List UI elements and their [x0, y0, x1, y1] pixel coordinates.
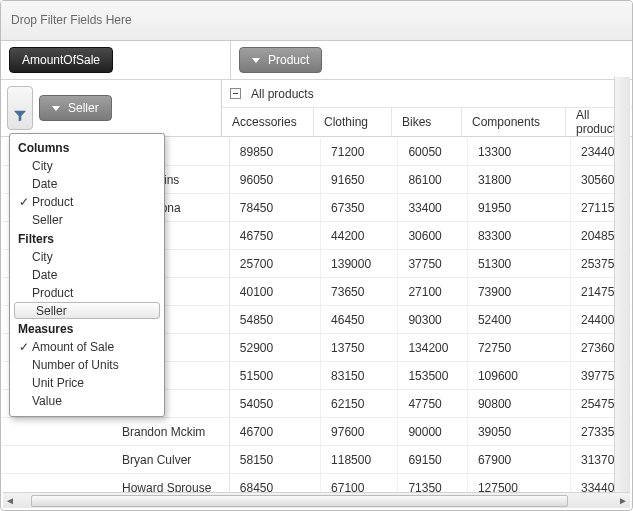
cell[interactable]: 51500	[230, 362, 321, 389]
cell[interactable]: 96050	[230, 166, 321, 193]
cell[interactable]: 109600	[468, 362, 571, 389]
menu-section-header: Columns	[10, 138, 164, 157]
cell[interactable]: 71200	[321, 138, 398, 165]
cell[interactable]: 46700	[230, 418, 321, 445]
row-field-area[interactable]: Seller	[1, 80, 222, 136]
collapse-icon[interactable]	[230, 88, 241, 99]
cell[interactable]: 91650	[321, 166, 398, 193]
cell[interactable]: 44200	[321, 222, 398, 249]
menu-item-label: City	[32, 159, 53, 173]
cell[interactable]: 62150	[321, 390, 398, 417]
column-header[interactable]: Components	[462, 108, 566, 136]
menu-item[interactable]: Unit Price	[10, 374, 164, 392]
row-field-chip[interactable]: Seller	[39, 95, 112, 121]
cell[interactable]: 78450	[230, 194, 321, 221]
cell[interactable]: 30600	[398, 222, 467, 249]
column-field-chip[interactable]: Product	[239, 47, 322, 73]
cell[interactable]: 52400	[468, 306, 571, 333]
menu-item[interactable]: Value	[10, 392, 164, 410]
cell[interactable]: 51300	[468, 250, 571, 277]
cell[interactable]: 13300	[468, 138, 571, 165]
menu-item[interactable]: Date	[10, 175, 164, 193]
cell[interactable]: 33400	[398, 194, 467, 221]
menu-item[interactable]: Seller	[14, 302, 160, 319]
column-group-header[interactable]: All products	[222, 80, 632, 108]
funnel-icon	[13, 109, 27, 123]
menu-item[interactable]: ✓Product	[10, 193, 164, 211]
row-header[interactable]: Howard Sprouse	[2, 474, 230, 492]
column-header[interactable]: Bikes	[392, 108, 462, 136]
field-chooser-menu[interactable]: ColumnsCityDate✓ProductSellerFiltersCity…	[9, 133, 165, 417]
menu-item[interactable]: ✓Amount of Sale	[10, 338, 164, 356]
cell[interactable]: 90000	[398, 418, 467, 445]
cell[interactable]: 52900	[230, 334, 321, 361]
row-header[interactable]: Bryan Culver	[2, 446, 230, 473]
scroll-right-arrow-icon[interactable]: ►	[616, 494, 630, 508]
cell[interactable]: 73650	[321, 278, 398, 305]
menu-item[interactable]: Date	[10, 266, 164, 284]
cell[interactable]: 54050	[230, 390, 321, 417]
cell[interactable]: 37750	[398, 250, 467, 277]
cell[interactable]: 86100	[398, 166, 467, 193]
cell[interactable]: 153500	[398, 362, 467, 389]
cell[interactable]: 89850	[230, 138, 321, 165]
menu-section-header: Measures	[10, 319, 164, 338]
data-field-chip[interactable]: AmountOfSale	[9, 47, 113, 73]
horizontal-scrollbar[interactable]: ◄ ►	[3, 492, 630, 508]
cell[interactable]: 90300	[398, 306, 467, 333]
menu-item-label: Product	[32, 286, 73, 300]
cell[interactable]: 91950	[468, 194, 571, 221]
cell[interactable]: 47750	[398, 390, 467, 417]
horizontal-scroll-track[interactable]	[31, 494, 602, 508]
cell[interactable]: 46450	[321, 306, 398, 333]
cell[interactable]: 83150	[321, 362, 398, 389]
menu-item[interactable]: City	[10, 157, 164, 175]
cell[interactable]: 134200	[398, 334, 467, 361]
cell[interactable]: 40100	[230, 278, 321, 305]
check-icon: ✓	[16, 195, 32, 209]
scroll-left-arrow-icon[interactable]: ◄	[3, 494, 17, 508]
menu-item[interactable]: Seller	[10, 211, 164, 229]
column-header-label: Bikes	[402, 115, 431, 129]
menu-section-header: Filters	[10, 229, 164, 248]
menu-item-label: Amount of Sale	[32, 340, 114, 354]
cell[interactable]: 67350	[321, 194, 398, 221]
cell[interactable]: 118500	[321, 446, 398, 473]
cell[interactable]: 68450	[230, 474, 321, 492]
menu-item[interactable]: Product	[10, 284, 164, 302]
column-header-label: Clothing	[324, 115, 368, 129]
cell[interactable]: 39050	[468, 418, 571, 445]
cell[interactable]: 97600	[321, 418, 398, 445]
column-header[interactable]: Accessories	[222, 108, 314, 136]
row-header[interactable]: Brandon Mckim	[2, 418, 230, 445]
menu-item[interactable]: Number of Units	[10, 356, 164, 374]
cell[interactable]: 127500	[468, 474, 571, 492]
column-header[interactable]: Clothing	[314, 108, 392, 136]
data-field-area[interactable]: AmountOfSale	[1, 41, 231, 79]
menu-item-label: Product	[32, 195, 73, 209]
cell[interactable]: 25700	[230, 250, 321, 277]
cell[interactable]: 67100	[321, 474, 398, 492]
filter-drop-zone[interactable]: Drop Filter Fields Here	[1, 1, 632, 41]
horizontal-scroll-thumb[interactable]	[31, 495, 568, 507]
cell[interactable]: 58150	[230, 446, 321, 473]
vertical-scrollbar[interactable]	[614, 77, 630, 492]
cell[interactable]: 90800	[468, 390, 571, 417]
cell[interactable]: 69150	[398, 446, 467, 473]
field-chooser-button[interactable]	[7, 86, 33, 130]
cell[interactable]: 60050	[398, 138, 467, 165]
cell[interactable]: 67900	[468, 446, 571, 473]
cell[interactable]: 27100	[398, 278, 467, 305]
cell[interactable]: 83300	[468, 222, 571, 249]
menu-item[interactable]: City	[10, 248, 164, 266]
cell[interactable]: 139000	[321, 250, 398, 277]
cell[interactable]: 71350	[398, 474, 467, 492]
cell[interactable]: 46750	[230, 222, 321, 249]
cell[interactable]: 72750	[468, 334, 571, 361]
cell[interactable]: 31800	[468, 166, 571, 193]
column-field-chip-label: Product	[268, 53, 309, 67]
cell[interactable]: 73900	[468, 278, 571, 305]
cell[interactable]: 54850	[230, 306, 321, 333]
cell[interactable]: 13750	[321, 334, 398, 361]
column-field-area[interactable]: Product	[231, 41, 632, 79]
